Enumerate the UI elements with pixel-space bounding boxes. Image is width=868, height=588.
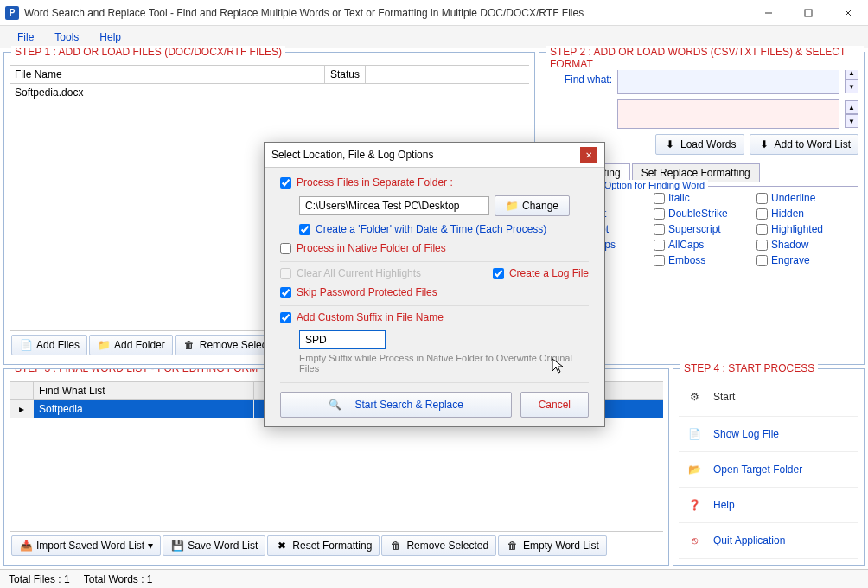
step4-panel: STEP 4 : START PROCESS ⚙Start 📄Show Log … — [673, 368, 865, 566]
empty-icon: 🗑 — [506, 539, 520, 553]
add-icon: ⬇ — [757, 137, 771, 151]
row-selector[interactable]: ▸ — [10, 400, 34, 418]
remove-icon: 🗑 — [182, 338, 196, 352]
fmt-allcaps[interactable]: AllCaps — [654, 239, 750, 251]
window-title: Word Search and Replace Tool - Find and … — [24, 7, 749, 19]
dialog-close-button[interactable]: ✕ — [580, 147, 597, 163]
process-native-checkbox[interactable] — [280, 243, 291, 254]
add-suffix-checkbox[interactable] — [280, 312, 291, 323]
clear-highlights-label: Clear All Current Highlights — [297, 267, 421, 279]
clear-highlights-checkbox — [280, 268, 291, 279]
col-filename[interactable]: File Name — [10, 66, 325, 83]
col-find-what[interactable]: Find What List — [34, 382, 254, 399]
cancel-button[interactable]: Cancel — [520, 392, 589, 418]
dialog-title: Select Location, File & Log Options — [271, 149, 433, 161]
create-dated-folder-label: Create a 'Folder' with Date & Time (Each… — [316, 223, 546, 235]
add-files-button[interactable]: 📄Add Files — [11, 335, 87, 355]
empty-word-list-button[interactable]: 🗑Empty Word List — [498, 535, 607, 556]
replace-up-button[interactable]: ▲ — [845, 100, 858, 114]
add-folder-button[interactable]: 📁Add Folder — [89, 335, 173, 355]
step1-title: STEP 1 : ADD OR LOAD FILES (DOC/DOCX/RTF… — [11, 46, 285, 58]
fmt-engrave[interactable]: Engrave — [756, 254, 852, 266]
remove-selected-button[interactable]: 🗑Remove Selected — [381, 535, 496, 556]
cell-status — [325, 84, 335, 101]
save-icon: 💾 — [170, 539, 184, 553]
import-icon: 📥 — [19, 539, 33, 553]
add-suffix-label: Add Custom Suffix in File Name — [297, 311, 444, 323]
fmt-emboss[interactable]: Emboss — [654, 254, 750, 266]
find-down-button[interactable]: ▼ — [845, 80, 858, 93]
status-total-words: Total Words : 1 — [84, 573, 153, 585]
step4-title: STEP 4 : START PROCESS — [680, 362, 818, 374]
step3-toolbar: 📥Import Saved Word List ▾ 💾Save Word Lis… — [10, 531, 663, 559]
save-word-list-button[interactable]: 💾Save Word List — [163, 535, 265, 556]
add-to-word-list-button[interactable]: ⬇Add to Word List — [750, 134, 859, 155]
step2-title: STEP 2 : ADD OR LOAD WORDS (CSV/TXT FILE… — [546, 46, 864, 70]
close-button[interactable] — [828, 0, 868, 26]
tab-replace-formatting[interactable]: Set Replace Formatting — [632, 163, 760, 182]
import-word-list-button[interactable]: 📥Import Saved Word List ▾ — [11, 535, 161, 556]
process-separate-checkbox[interactable] — [280, 177, 291, 189]
fmt-doublestrike[interactable]: DoubleStrike — [654, 208, 750, 220]
reset-icon: ✖ — [275, 539, 289, 553]
menu-help[interactable]: Help — [89, 28, 131, 47]
skip-password-label: Skip Password Protected Files — [297, 286, 437, 298]
fmt-highlighted[interactable]: Highlighted — [756, 223, 852, 235]
step3-title: STEP 3 : FINAL WORD LIST - FOR EDITING F… — [11, 368, 261, 374]
help-button[interactable]: ❓Help — [679, 488, 858, 523]
create-log-checkbox[interactable] — [493, 268, 504, 279]
minimize-button[interactable] — [749, 0, 788, 26]
help-icon: ❓ — [684, 495, 705, 515]
table-row[interactable]: Softpedia.docx — [10, 84, 529, 101]
change-folder-button[interactable]: 📁Change — [495, 195, 570, 216]
fmt-underline[interactable]: Underline — [756, 192, 852, 204]
exit-icon: ⎋ — [684, 530, 705, 551]
load-words-button[interactable]: ⬇Load Words — [655, 134, 744, 155]
maximize-button[interactable] — [788, 0, 828, 26]
add-file-icon: 📄 — [19, 338, 33, 352]
gear-icon: ⚙ — [684, 387, 705, 407]
quit-button[interactable]: ⎋Quit Application — [679, 523, 858, 559]
replace-down-button[interactable]: ▼ — [845, 114, 858, 128]
start-button[interactable]: ⚙Start — [679, 378, 858, 417]
file-table-header: File Name Status — [10, 65, 529, 84]
statusbar: Total Files : 1 Total Words : 1 — [0, 569, 868, 588]
log-icon: 📄 — [684, 424, 705, 444]
app-icon: P — [5, 6, 19, 20]
folder-path-input[interactable] — [299, 196, 489, 215]
status-total-files: Total Files : 1 — [9, 573, 70, 585]
titlebar: P Word Search and Replace Tool - Find an… — [0, 0, 868, 26]
suffix-hint: Empty Suffix while Process in Native Fol… — [299, 353, 589, 374]
cell-filename: Softpedia.docx — [10, 84, 325, 101]
process-separate-label: Process Files in Separate Folder : — [297, 176, 453, 189]
suffix-input[interactable] — [299, 330, 386, 349]
remove-icon: 🗑 — [389, 539, 403, 553]
import-icon: ⬇ — [663, 137, 677, 151]
folder-open-icon: 📂 — [684, 459, 705, 480]
fmt-italic[interactable]: Italic — [654, 192, 750, 204]
svg-rect-1 — [805, 10, 812, 16]
replace-input[interactable] — [617, 99, 839, 129]
menu-file[interactable]: File — [7, 28, 44, 47]
process-native-label: Process in Native Folder of Files — [297, 242, 446, 254]
folder-icon: 📁 — [97, 338, 111, 352]
col-status[interactable]: Status — [325, 66, 366, 83]
folder-icon: 📁 — [506, 200, 519, 212]
create-dated-folder-checkbox[interactable] — [299, 224, 310, 235]
fmt-hidden[interactable]: Hidden — [756, 208, 852, 220]
fmt-superscript[interactable]: Superscript — [654, 223, 750, 235]
search-icon: 🔍 — [329, 399, 341, 411]
open-target-button[interactable]: 📂Open Target Folder — [679, 452, 858, 488]
find-what-label: Find what: — [545, 74, 612, 86]
show-log-button[interactable]: 📄Show Log File — [679, 417, 858, 452]
menu-tools[interactable]: Tools — [44, 28, 89, 47]
options-dialog: Select Location, File & Log Options ✕ Pr… — [264, 142, 605, 427]
fmt-shadow[interactable]: Shadow — [756, 239, 852, 251]
skip-password-checkbox[interactable] — [280, 287, 291, 298]
start-search-replace-button[interactable]: 🔍 Start Search & Replace — [280, 392, 512, 418]
reset-formatting-button[interactable]: ✖Reset Formatting — [267, 535, 380, 556]
create-log-label: Create a Log File — [509, 267, 589, 279]
cell-find: Softpedia — [34, 400, 254, 418]
